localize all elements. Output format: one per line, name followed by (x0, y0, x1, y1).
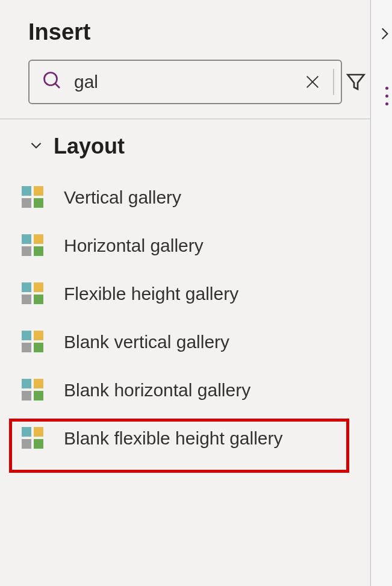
gallery-icon (22, 186, 45, 209)
item-blank-flexible-height-gallery[interactable]: Blank flexible height gallery (0, 414, 370, 463)
chevron-right-icon[interactable] (376, 22, 392, 48)
filter-icon[interactable] (345, 71, 367, 93)
gallery-icon (22, 331, 45, 354)
right-edge (370, 0, 392, 586)
gallery-icon (22, 234, 45, 257)
item-horizontal-gallery[interactable]: Horizontal gallery (0, 222, 370, 270)
chevron-down-icon[interactable] (28, 137, 44, 155)
clear-icon[interactable] (303, 72, 322, 92)
svg-point-0 (45, 73, 57, 86)
item-label: Blank vertical gallery (64, 332, 229, 352)
item-flexible-height-gallery[interactable]: Flexible height gallery (0, 270, 370, 318)
item-label: Horizontal gallery (64, 235, 204, 256)
svg-line-1 (55, 84, 60, 89)
gallery-icon (22, 427, 45, 450)
section-title: Layout (54, 134, 125, 159)
search-input[interactable] (74, 72, 303, 92)
item-blank-vertical-gallery[interactable]: Blank vertical gallery (0, 318, 370, 366)
search-container (28, 60, 342, 104)
divider (333, 69, 334, 95)
layout-section: Layout Vertical gallery Horizontal galle… (0, 119, 370, 463)
item-label: Blank flexible height gallery (64, 428, 283, 449)
item-label: Flexible height gallery (64, 284, 238, 304)
more-icon[interactable] (385, 87, 388, 105)
insert-panel: Insert (0, 0, 370, 586)
item-list: Vertical gallery Horizontal gallery Flex… (0, 173, 370, 463)
item-blank-horizontal-gallery[interactable]: Blank horizontal gallery (0, 366, 370, 414)
item-vertical-gallery[interactable]: Vertical gallery (0, 173, 370, 222)
gallery-icon (22, 282, 45, 305)
gallery-icon (22, 379, 45, 402)
item-label: Blank horizontal gallery (64, 380, 250, 401)
item-label: Vertical gallery (64, 187, 181, 208)
search-icon (42, 70, 63, 94)
panel-title: Insert (0, 0, 370, 60)
section-header[interactable]: Layout (0, 134, 370, 159)
